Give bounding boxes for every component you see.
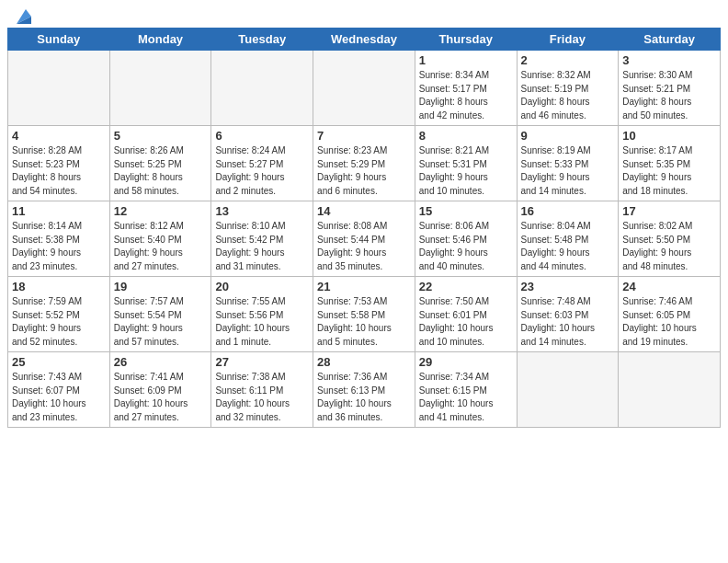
header [7, 6, 721, 28]
empty-cell [619, 352, 721, 428]
day-cell: 19Sunrise: 7:57 AM Sunset: 5:54 PM Dayli… [109, 277, 211, 352]
week-row: 11Sunrise: 8:14 AM Sunset: 5:38 PM Dayli… [8, 201, 721, 277]
logo-icon [13, 7, 33, 28]
day-number: 28 [317, 355, 411, 369]
day-cell: 24Sunrise: 7:46 AM Sunset: 6:05 PM Dayli… [619, 277, 721, 352]
day-cell: 9Sunrise: 8:19 AM Sunset: 5:33 PM Daylig… [517, 126, 619, 201]
day-cell: 5Sunrise: 8:26 AM Sunset: 5:25 PM Daylig… [109, 126, 211, 201]
calendar: SundayMondayTuesdayWednesdayThursdayFrid… [7, 28, 721, 428]
day-detail: Sunrise: 8:12 AM Sunset: 5:40 PM Dayligh… [114, 220, 208, 273]
day-cell: 10Sunrise: 8:17 AM Sunset: 5:35 PM Dayli… [619, 126, 721, 201]
day-detail: Sunrise: 7:55 AM Sunset: 5:56 PM Dayligh… [215, 295, 309, 349]
day-detail: Sunrise: 7:53 AM Sunset: 5:58 PM Dayligh… [317, 295, 411, 349]
day-number: 10 [622, 129, 716, 143]
day-number: 27 [215, 355, 309, 369]
weekday-header: Monday [109, 29, 211, 51]
day-detail: Sunrise: 8:28 AM Sunset: 5:23 PM Dayligh… [12, 144, 106, 198]
day-cell: 27Sunrise: 7:38 AM Sunset: 6:11 PM Dayli… [211, 352, 313, 428]
day-cell: 1Sunrise: 8:34 AM Sunset: 5:17 PM Daylig… [415, 51, 517, 126]
day-number: 8 [419, 129, 513, 143]
day-detail: Sunrise: 8:34 AM Sunset: 5:17 PM Dayligh… [419, 69, 513, 122]
day-detail: Sunrise: 7:36 AM Sunset: 6:13 PM Dayligh… [317, 371, 411, 424]
day-number: 26 [114, 355, 208, 369]
weekday-header: Friday [517, 29, 619, 51]
day-detail: Sunrise: 7:59 AM Sunset: 5:52 PM Dayligh… [12, 295, 106, 349]
day-detail: Sunrise: 8:24 AM Sunset: 5:27 PM Dayligh… [215, 144, 309, 198]
day-cell: 18Sunrise: 7:59 AM Sunset: 5:52 PM Dayli… [8, 277, 110, 352]
empty-cell [211, 51, 313, 126]
day-detail: Sunrise: 8:17 AM Sunset: 5:35 PM Dayligh… [622, 144, 716, 198]
day-number: 5 [114, 129, 208, 143]
day-number: 24 [622, 280, 716, 293]
day-cell: 8Sunrise: 8:21 AM Sunset: 5:31 PM Daylig… [415, 126, 517, 201]
day-number: 16 [521, 204, 615, 218]
weekday-header: Saturday [619, 29, 721, 51]
day-detail: Sunrise: 8:30 AM Sunset: 5:21 PM Dayligh… [622, 69, 716, 122]
day-number: 12 [114, 204, 208, 218]
day-detail: Sunrise: 7:43 AM Sunset: 6:07 PM Dayligh… [12, 371, 106, 424]
day-detail: Sunrise: 7:41 AM Sunset: 6:09 PM Dayligh… [114, 371, 208, 424]
day-number: 25 [12, 355, 106, 369]
day-cell: 20Sunrise: 7:55 AM Sunset: 5:56 PM Dayli… [211, 277, 313, 352]
weekday-header-row: SundayMondayTuesdayWednesdayThursdayFrid… [8, 29, 721, 51]
day-cell: 16Sunrise: 8:04 AM Sunset: 5:48 PM Dayli… [517, 201, 619, 277]
empty-cell [313, 51, 415, 126]
day-cell: 15Sunrise: 8:06 AM Sunset: 5:46 PM Dayli… [415, 201, 517, 277]
day-detail: Sunrise: 8:26 AM Sunset: 5:25 PM Dayligh… [114, 144, 208, 198]
day-detail: Sunrise: 8:04 AM Sunset: 5:48 PM Dayligh… [521, 220, 615, 273]
empty-cell [517, 352, 619, 428]
day-detail: Sunrise: 7:48 AM Sunset: 6:03 PM Dayligh… [521, 295, 615, 349]
day-cell: 14Sunrise: 8:08 AM Sunset: 5:44 PM Dayli… [313, 201, 415, 277]
day-cell: 22Sunrise: 7:50 AM Sunset: 6:01 PM Dayli… [415, 277, 517, 352]
day-number: 14 [317, 204, 411, 218]
week-row: 25Sunrise: 7:43 AM Sunset: 6:07 PM Dayli… [8, 352, 721, 428]
day-number: 18 [12, 280, 106, 293]
day-detail: Sunrise: 7:50 AM Sunset: 6:01 PM Dayligh… [419, 295, 513, 349]
day-detail: Sunrise: 8:08 AM Sunset: 5:44 PM Dayligh… [317, 220, 411, 273]
day-cell: 2Sunrise: 8:32 AM Sunset: 5:19 PM Daylig… [517, 51, 619, 126]
day-number: 23 [521, 280, 615, 293]
day-cell: 25Sunrise: 7:43 AM Sunset: 6:07 PM Dayli… [8, 352, 110, 428]
day-number: 15 [419, 204, 513, 218]
day-cell: 21Sunrise: 7:53 AM Sunset: 5:58 PM Dayli… [313, 277, 415, 352]
day-cell: 23Sunrise: 7:48 AM Sunset: 6:03 PM Dayli… [517, 277, 619, 352]
day-cell: 29Sunrise: 7:34 AM Sunset: 6:15 PM Dayli… [415, 352, 517, 428]
day-detail: Sunrise: 8:32 AM Sunset: 5:19 PM Dayligh… [521, 69, 615, 122]
day-number: 9 [521, 129, 615, 143]
day-detail: Sunrise: 7:34 AM Sunset: 6:15 PM Dayligh… [419, 371, 513, 424]
weekday-header: Thursday [415, 29, 517, 51]
week-row: 18Sunrise: 7:59 AM Sunset: 5:52 PM Dayli… [8, 277, 721, 352]
day-cell: 26Sunrise: 7:41 AM Sunset: 6:09 PM Dayli… [109, 352, 211, 428]
day-detail: Sunrise: 8:06 AM Sunset: 5:46 PM Dayligh… [419, 220, 513, 273]
day-cell: 4Sunrise: 8:28 AM Sunset: 5:23 PM Daylig… [8, 126, 110, 201]
day-number: 11 [12, 204, 106, 218]
day-number: 19 [114, 280, 208, 293]
day-cell: 7Sunrise: 8:23 AM Sunset: 5:29 PM Daylig… [313, 126, 415, 201]
day-number: 13 [215, 204, 309, 218]
day-detail: Sunrise: 8:23 AM Sunset: 5:29 PM Dayligh… [317, 144, 411, 198]
day-number: 3 [622, 53, 716, 67]
day-detail: Sunrise: 8:14 AM Sunset: 5:38 PM Dayligh… [12, 220, 106, 273]
weekday-header: Sunday [8, 29, 110, 51]
day-cell: 17Sunrise: 8:02 AM Sunset: 5:50 PM Dayli… [619, 201, 721, 277]
day-number: 2 [521, 53, 615, 67]
day-detail: Sunrise: 8:10 AM Sunset: 5:42 PM Dayligh… [215, 220, 309, 273]
day-detail: Sunrise: 8:02 AM Sunset: 5:50 PM Dayligh… [622, 220, 716, 273]
weekday-header: Tuesday [211, 29, 313, 51]
day-cell: 6Sunrise: 8:24 AM Sunset: 5:27 PM Daylig… [211, 126, 313, 201]
day-number: 20 [215, 280, 309, 293]
day-number: 21 [317, 280, 411, 293]
day-cell: 28Sunrise: 7:36 AM Sunset: 6:13 PM Dayli… [313, 352, 415, 428]
day-detail: Sunrise: 8:21 AM Sunset: 5:31 PM Dayligh… [419, 144, 513, 198]
weekday-header: Wednesday [313, 29, 415, 51]
day-number: 1 [419, 53, 513, 67]
day-number: 4 [12, 129, 106, 143]
week-row: 1Sunrise: 8:34 AM Sunset: 5:17 PM Daylig… [8, 51, 721, 126]
day-number: 7 [317, 129, 411, 143]
day-detail: Sunrise: 7:57 AM Sunset: 5:54 PM Dayligh… [114, 295, 208, 349]
empty-cell [8, 51, 110, 126]
day-number: 22 [419, 280, 513, 293]
day-detail: Sunrise: 8:19 AM Sunset: 5:33 PM Dayligh… [521, 144, 615, 198]
day-number: 17 [622, 204, 716, 218]
day-cell: 11Sunrise: 8:14 AM Sunset: 5:38 PM Dayli… [8, 201, 110, 277]
